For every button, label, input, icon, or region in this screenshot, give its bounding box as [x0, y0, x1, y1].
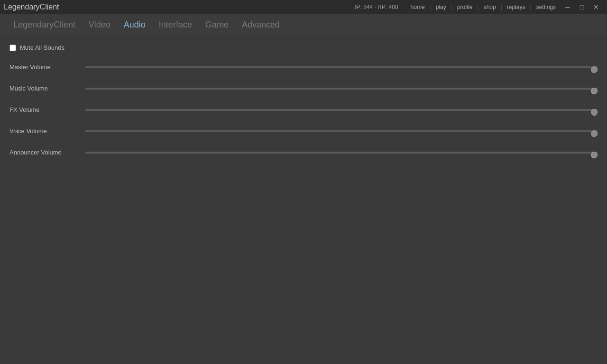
tab-legendaryclient[interactable]: LegendaryClient: [8, 18, 81, 32]
content-area: Mute All Sounds Master VolumeMusic Volum…: [0, 36, 607, 364]
tab-interface[interactable]: Interface: [153, 18, 198, 32]
nav-profile[interactable]: profile: [452, 4, 478, 10]
volume-label-0: Master Volume: [9, 64, 85, 71]
nav-shop[interactable]: shop: [479, 4, 501, 10]
tab-audio[interactable]: Audio: [118, 18, 151, 32]
nav-home[interactable]: home: [406, 4, 430, 10]
volume-slider-voice-volume[interactable]: [85, 130, 598, 132]
volume-slider-master-volume[interactable]: [85, 66, 598, 68]
title-bar: LegendaryClient IP: 844 · RP: 400 home |…: [0, 0, 607, 14]
volume-label-4: Announcer Volume: [9, 149, 85, 156]
tab-game[interactable]: Game: [200, 18, 234, 32]
tab-video[interactable]: Video: [83, 18, 116, 32]
volume-label-3: Voice Volume: [9, 127, 85, 135]
volume-controls: Master VolumeMusic VolumeFX VolumeVoice …: [9, 62, 598, 158]
maximize-button[interactable]: □: [575, 0, 589, 14]
volume-row-0: Master Volume: [9, 62, 598, 73]
tab-advanced[interactable]: Advanced: [236, 18, 285, 32]
volume-slider-announcer-volume[interactable]: [85, 152, 598, 154]
volume-row-2: FX Volume: [9, 104, 598, 115]
title-bar-right: IP: 844 · RP: 400 home | play | profile …: [355, 0, 603, 14]
volume-row-4: Announcer Volume: [9, 147, 598, 158]
close-button[interactable]: ✕: [589, 0, 603, 14]
title-bar-info: IP: 844 · RP: 400: [355, 4, 398, 10]
tab-bar: LegendaryClientVideoAudioInterfaceGameAd…: [0, 14, 607, 36]
nav-replays[interactable]: replays: [502, 4, 530, 10]
mute-all-sounds-checkbox[interactable]: [9, 45, 16, 51]
nav-play[interactable]: play: [431, 4, 451, 10]
volume-label-1: Music Volume: [9, 85, 85, 92]
minimize-button[interactable]: ─: [561, 0, 575, 14]
mute-all-sounds-label[interactable]: Mute All Sounds: [20, 44, 64, 51]
nav-settings[interactable]: settings: [532, 4, 561, 10]
app-title: LegendaryClient: [4, 3, 59, 11]
volume-row-1: Music Volume: [9, 83, 598, 94]
volume-slider-fx-volume[interactable]: [85, 109, 598, 111]
volume-label-2: FX Volume: [9, 106, 85, 113]
volume-slider-music-volume[interactable]: [85, 88, 598, 90]
mute-all-sounds-row: Mute All Sounds: [9, 41, 598, 54]
volume-row-3: Voice Volume: [9, 126, 598, 136]
